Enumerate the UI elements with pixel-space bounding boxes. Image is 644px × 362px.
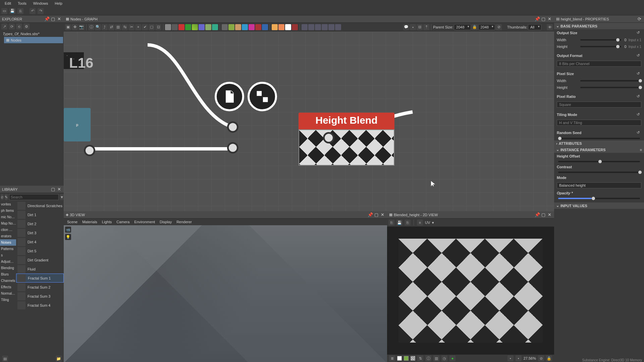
maximize-icon[interactable]: ▢ xyxy=(374,212,379,218)
node-port-in1[interactable] xyxy=(227,121,238,133)
save-icon[interactable]: 💾 xyxy=(9,8,15,14)
list-item[interactable]: Dirt 2 xyxy=(16,219,64,228)
lib-cat[interactable]: ction … xyxy=(0,227,16,233)
library-list[interactable]: Directional Scratches Dirt 1 Dirt 2 Dirt… xyxy=(16,201,64,355)
px-width-slider[interactable] xyxy=(580,80,640,81)
node-curve[interactable] xyxy=(205,24,211,30)
lib-cat[interactable]: s xyxy=(0,252,16,258)
node-levels[interactable] xyxy=(199,24,205,30)
contrast-slider[interactable] xyxy=(558,172,640,173)
open-icon[interactable]: ⎘ xyxy=(388,220,394,226)
link2-icon[interactable]: ⇆ xyxy=(122,24,128,30)
node-uniform[interactable] xyxy=(165,24,171,30)
list-item[interactable]: Directional Scratches xyxy=(16,201,64,210)
filter-icon[interactable]: ⎚ xyxy=(1,194,3,200)
undo-icon[interactable]: ↶ xyxy=(30,8,36,14)
menu-scene[interactable]: Scene xyxy=(65,219,79,225)
list-item[interactable]: Fractal Sum 3 xyxy=(16,292,64,301)
check-icon[interactable]: ✔ xyxy=(142,24,148,30)
move-icon[interactable]: ✥ xyxy=(72,24,78,30)
clock-icon[interactable]: ◷ xyxy=(441,355,447,361)
reset-icon[interactable]: ↺ xyxy=(637,112,641,117)
frame-icon[interactable]: ▣ xyxy=(65,24,71,30)
checker-node[interactable] xyxy=(248,82,277,111)
lib-cat[interactable]: mic No… xyxy=(0,214,16,220)
lock3-icon[interactable]: 🔒 xyxy=(546,355,552,361)
lib-cat[interactable]: Normal… xyxy=(0,290,16,297)
lib-cat[interactable]: erators xyxy=(0,233,16,239)
lib-cat[interactable]: Effects xyxy=(0,284,16,290)
lib-cat[interactable]: Blurs xyxy=(0,271,16,278)
reset-icon[interactable]: ↺ xyxy=(637,130,641,135)
node-in2[interactable] xyxy=(308,24,314,30)
node-warp[interactable] xyxy=(212,24,218,30)
pin-icon[interactable]: 📌 xyxy=(368,212,373,218)
network-icon[interactable]: ⇄ xyxy=(108,24,114,30)
height-slider[interactable] xyxy=(580,46,621,47)
view2d-viewport[interactable] xyxy=(387,227,554,355)
node-in3[interactable] xyxy=(315,24,321,30)
folder-icon[interactable]: 📁 xyxy=(56,356,62,362)
output-format-field[interactable]: 8 Bits per Channel xyxy=(557,61,641,67)
node-transform[interactable] xyxy=(185,24,191,30)
dot2-icon[interactable]: • xyxy=(516,355,522,361)
menu-tools[interactable]: Tools xyxy=(14,1,30,6)
probe-icon[interactable]: ⌖ xyxy=(135,24,141,30)
close-icon[interactable]: ✕ xyxy=(56,16,62,22)
menu-icon[interactable]: ≡ xyxy=(640,148,642,152)
bars-icon[interactable]: ▥ xyxy=(433,355,439,361)
properties-body[interactable]: ⌄BASE PARAMETERS Output Size ↺ Width 0 I… xyxy=(554,23,644,362)
share-icon[interactable]: ⤴ xyxy=(102,24,108,30)
menu-lights[interactable]: Lights xyxy=(100,219,114,225)
node-bitmap[interactable] xyxy=(255,24,261,30)
new-icon[interactable]: ▭ xyxy=(1,8,7,14)
menu-materials[interactable]: Materials xyxy=(80,219,99,225)
lib-cat-noises[interactable]: Noises xyxy=(0,239,16,246)
list-item-selected[interactable]: Fractal Sum 1 xyxy=(16,274,64,283)
lib-cat[interactable]: Adjust… xyxy=(0,258,16,265)
section-base-params[interactable]: ⌄BASE PARAMETERS xyxy=(554,23,644,29)
node-out2[interactable] xyxy=(278,24,284,30)
funnel-icon[interactable]: ▼ xyxy=(60,194,64,200)
menu-camera[interactable]: Camera xyxy=(114,219,131,225)
maximize-icon[interactable]: ▢ xyxy=(541,212,546,218)
comment-icon[interactable]: 💬 xyxy=(403,24,409,30)
dot1-icon[interactable]: • xyxy=(507,355,514,361)
pin2-icon[interactable]: ⇡ xyxy=(423,24,429,30)
node-gradient[interactable] xyxy=(192,24,198,30)
save-icon[interactable]: 💾 xyxy=(396,220,402,226)
info-icon[interactable]: ⓘ xyxy=(88,24,94,30)
node-port-in2[interactable] xyxy=(227,142,238,154)
menu-help[interactable]: Help xyxy=(51,1,66,6)
list-item[interactable]: Dirt 1 xyxy=(16,210,64,219)
height-offset-slider[interactable] xyxy=(558,161,640,162)
node-shape[interactable] xyxy=(235,24,241,30)
menu-renderer[interactable]: Renderer xyxy=(174,219,194,225)
camera-icon[interactable]: 📷 xyxy=(78,24,85,30)
list-item[interactable]: Fractal Sum 4 xyxy=(16,301,64,310)
reset-icon[interactable]: ↺ xyxy=(637,71,641,76)
export-icon[interactable]: ↗ xyxy=(1,23,7,29)
sliders-icon[interactable]: ≡ xyxy=(417,220,423,226)
pin-icon[interactable]: 📌 xyxy=(535,16,540,22)
list-item[interactable]: Fractal Sum 2 xyxy=(16,283,64,292)
chevron-down-icon[interactable]: ▾ xyxy=(432,221,434,225)
view3d-viewport[interactable]: 📹 💡 xyxy=(64,225,387,362)
camera-view-icon[interactable]: 📹 xyxy=(65,227,71,233)
node-out1[interactable] xyxy=(272,24,278,30)
node-grid[interactable] xyxy=(222,24,228,30)
px-height-slider[interactable] xyxy=(580,87,640,88)
lib-cat[interactable]: Blending xyxy=(0,265,16,271)
thumbnails-dropdown[interactable]: All xyxy=(528,24,541,30)
info2-icon[interactable]: ⓘ xyxy=(425,355,431,361)
lock-icon[interactable]: 🔒 xyxy=(472,24,478,30)
opacity-slider[interactable] xyxy=(558,198,640,199)
maximize-icon[interactable]: ▢ xyxy=(50,16,56,22)
node-out4[interactable] xyxy=(292,24,298,30)
globe-icon[interactable]: ● xyxy=(449,355,455,361)
close-icon[interactable]: ✕ xyxy=(380,212,385,218)
width-slider[interactable] xyxy=(580,39,621,41)
parent-height-dropdown[interactable]: 2048 xyxy=(478,24,495,30)
cut-icon[interactable]: ✂ xyxy=(128,24,135,30)
view-mode-icon[interactable]: ▤ xyxy=(2,356,8,362)
